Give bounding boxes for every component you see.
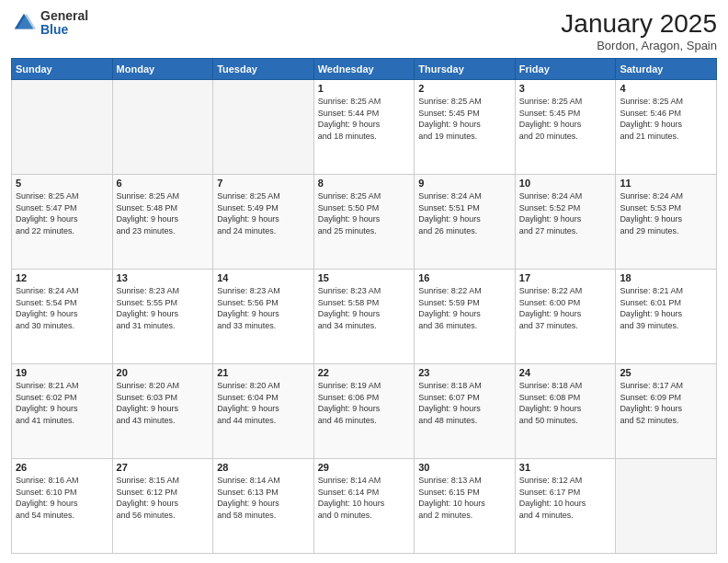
day-cell: 30Sunrise: 8:13 AM Sunset: 6:15 PM Dayli…	[415, 459, 516, 554]
day-number: 3	[519, 83, 612, 94]
day-cell: 9Sunrise: 8:24 AM Sunset: 5:51 PM Daylig…	[415, 175, 516, 270]
day-cell: 16Sunrise: 8:22 AM Sunset: 5:59 PM Dayli…	[415, 270, 516, 364]
day-info: Sunrise: 8:25 AM Sunset: 5:48 PM Dayligh…	[117, 190, 210, 236]
day-cell	[616, 459, 717, 554]
day-cell	[112, 80, 213, 175]
day-number: 16	[418, 272, 511, 283]
day-number: 13	[117, 272, 210, 283]
day-cell: 25Sunrise: 8:17 AM Sunset: 6:09 PM Dayli…	[616, 364, 717, 459]
day-number: 27	[117, 462, 210, 473]
day-number: 17	[519, 272, 612, 283]
day-info: Sunrise: 8:20 AM Sunset: 6:03 PM Dayligh…	[117, 380, 210, 426]
day-cell: 11Sunrise: 8:24 AM Sunset: 5:53 PM Dayli…	[616, 175, 717, 270]
day-cell: 5Sunrise: 8:25 AM Sunset: 5:47 PM Daylig…	[12, 175, 113, 270]
day-info: Sunrise: 8:22 AM Sunset: 6:00 PM Dayligh…	[519, 285, 612, 331]
calendar-table: SundayMondayTuesdayWednesdayThursdayFrid…	[11, 58, 717, 554]
day-info: Sunrise: 8:23 AM Sunset: 5:55 PM Dayligh…	[117, 285, 210, 331]
calendar-container: General Blue January 2025 Bordon, Aragon…	[0, 0, 728, 563]
day-number: 20	[117, 367, 210, 378]
day-number: 4	[620, 83, 712, 94]
week-row-4: 19Sunrise: 8:21 AM Sunset: 6:02 PM Dayli…	[12, 364, 717, 459]
day-info: Sunrise: 8:18 AM Sunset: 6:07 PM Dayligh…	[418, 380, 511, 426]
day-info: Sunrise: 8:25 AM Sunset: 5:47 PM Dayligh…	[16, 190, 108, 236]
day-cell: 17Sunrise: 8:22 AM Sunset: 6:00 PM Dayli…	[515, 270, 616, 364]
day-info: Sunrise: 8:17 AM Sunset: 6:09 PM Dayligh…	[620, 380, 712, 426]
day-info: Sunrise: 8:16 AM Sunset: 6:10 PM Dayligh…	[16, 475, 108, 521]
day-cell: 7Sunrise: 8:25 AM Sunset: 5:49 PM Daylig…	[213, 175, 314, 270]
day-number: 22	[318, 367, 411, 378]
day-cell: 1Sunrise: 8:25 AM Sunset: 5:44 PM Daylig…	[313, 80, 415, 175]
day-info: Sunrise: 8:25 AM Sunset: 5:44 PM Dayligh…	[318, 96, 411, 142]
day-number: 1	[318, 83, 411, 94]
day-number: 9	[418, 178, 511, 189]
day-info: Sunrise: 8:25 AM Sunset: 5:45 PM Dayligh…	[519, 96, 612, 142]
day-number: 12	[16, 272, 108, 283]
day-number: 8	[318, 178, 411, 189]
day-cell: 12Sunrise: 8:24 AM Sunset: 5:54 PM Dayli…	[12, 270, 113, 364]
day-number: 11	[620, 178, 712, 189]
day-cell: 18Sunrise: 8:21 AM Sunset: 6:01 PM Dayli…	[616, 270, 717, 364]
logo-icon	[11, 10, 37, 36]
day-number: 14	[217, 272, 310, 283]
day-number: 19	[16, 367, 108, 378]
calendar-subtitle: Bordon, Aragon, Spain	[561, 39, 717, 52]
day-info: Sunrise: 8:18 AM Sunset: 6:08 PM Dayligh…	[519, 380, 612, 426]
day-number: 29	[318, 462, 411, 473]
logo-general-label: General	[40, 9, 88, 23]
day-info: Sunrise: 8:25 AM Sunset: 5:46 PM Dayligh…	[620, 96, 712, 142]
day-number: 10	[519, 178, 612, 189]
day-number: 30	[418, 462, 511, 473]
day-header-thursday: Thursday	[415, 59, 516, 80]
logo-text: General Blue	[40, 9, 88, 38]
calendar-title: January 2025	[561, 9, 717, 39]
week-row-2: 5Sunrise: 8:25 AM Sunset: 5:47 PM Daylig…	[12, 175, 717, 270]
day-number: 26	[16, 462, 108, 473]
day-cell: 20Sunrise: 8:20 AM Sunset: 6:03 PM Dayli…	[112, 364, 213, 459]
day-info: Sunrise: 8:24 AM Sunset: 5:54 PM Dayligh…	[16, 285, 108, 331]
day-number: 5	[16, 178, 108, 189]
day-number: 28	[217, 462, 310, 473]
day-cell: 14Sunrise: 8:23 AM Sunset: 5:56 PM Dayli…	[213, 270, 314, 364]
day-cell: 8Sunrise: 8:25 AM Sunset: 5:50 PM Daylig…	[313, 175, 415, 270]
day-number: 31	[519, 462, 612, 473]
day-cell: 3Sunrise: 8:25 AM Sunset: 5:45 PM Daylig…	[515, 80, 616, 175]
day-number: 25	[620, 367, 712, 378]
day-number: 15	[318, 272, 411, 283]
day-number: 2	[418, 83, 511, 94]
day-number: 7	[217, 178, 310, 189]
day-header-tuesday: Tuesday	[213, 59, 314, 80]
day-number: 18	[620, 272, 712, 283]
day-cell	[12, 80, 113, 175]
header: General Blue January 2025 Bordon, Aragon…	[11, 9, 717, 52]
day-info: Sunrise: 8:24 AM Sunset: 5:53 PM Dayligh…	[620, 190, 712, 236]
day-cell: 26Sunrise: 8:16 AM Sunset: 6:10 PM Dayli…	[12, 459, 113, 554]
day-cell: 24Sunrise: 8:18 AM Sunset: 6:08 PM Dayli…	[515, 364, 616, 459]
day-info: Sunrise: 8:23 AM Sunset: 5:58 PM Dayligh…	[318, 285, 411, 331]
day-cell: 29Sunrise: 8:14 AM Sunset: 6:14 PM Dayli…	[313, 459, 415, 554]
day-header-saturday: Saturday	[616, 59, 717, 80]
day-number: 6	[117, 178, 210, 189]
day-cell	[213, 80, 314, 175]
day-cell: 23Sunrise: 8:18 AM Sunset: 6:07 PM Dayli…	[415, 364, 516, 459]
day-info: Sunrise: 8:25 AM Sunset: 5:49 PM Dayligh…	[217, 190, 310, 236]
day-header-wednesday: Wednesday	[313, 59, 415, 80]
week-row-1: 1Sunrise: 8:25 AM Sunset: 5:44 PM Daylig…	[12, 80, 717, 175]
day-info: Sunrise: 8:20 AM Sunset: 6:04 PM Dayligh…	[217, 380, 310, 426]
day-cell: 15Sunrise: 8:23 AM Sunset: 5:58 PM Dayli…	[313, 270, 415, 364]
day-cell: 31Sunrise: 8:12 AM Sunset: 6:17 PM Dayli…	[515, 459, 616, 554]
day-info: Sunrise: 8:15 AM Sunset: 6:12 PM Dayligh…	[117, 475, 210, 521]
day-info: Sunrise: 8:14 AM Sunset: 6:13 PM Dayligh…	[217, 475, 310, 521]
week-row-5: 26Sunrise: 8:16 AM Sunset: 6:10 PM Dayli…	[12, 459, 717, 554]
day-header-friday: Friday	[515, 59, 616, 80]
day-info: Sunrise: 8:21 AM Sunset: 6:01 PM Dayligh…	[620, 285, 712, 331]
day-info: Sunrise: 8:19 AM Sunset: 6:06 PM Dayligh…	[318, 380, 411, 426]
day-cell: 2Sunrise: 8:25 AM Sunset: 5:45 PM Daylig…	[415, 80, 516, 175]
day-info: Sunrise: 8:13 AM Sunset: 6:15 PM Dayligh…	[418, 475, 511, 521]
day-cell: 22Sunrise: 8:19 AM Sunset: 6:06 PM Dayli…	[313, 364, 415, 459]
day-cell: 13Sunrise: 8:23 AM Sunset: 5:55 PM Dayli…	[112, 270, 213, 364]
day-info: Sunrise: 8:21 AM Sunset: 6:02 PM Dayligh…	[16, 380, 108, 426]
day-info: Sunrise: 8:12 AM Sunset: 6:17 PM Dayligh…	[519, 475, 612, 521]
title-block: January 2025 Bordon, Aragon, Spain	[561, 9, 717, 52]
day-cell: 4Sunrise: 8:25 AM Sunset: 5:46 PM Daylig…	[616, 80, 717, 175]
week-row-3: 12Sunrise: 8:24 AM Sunset: 5:54 PM Dayli…	[12, 270, 717, 364]
